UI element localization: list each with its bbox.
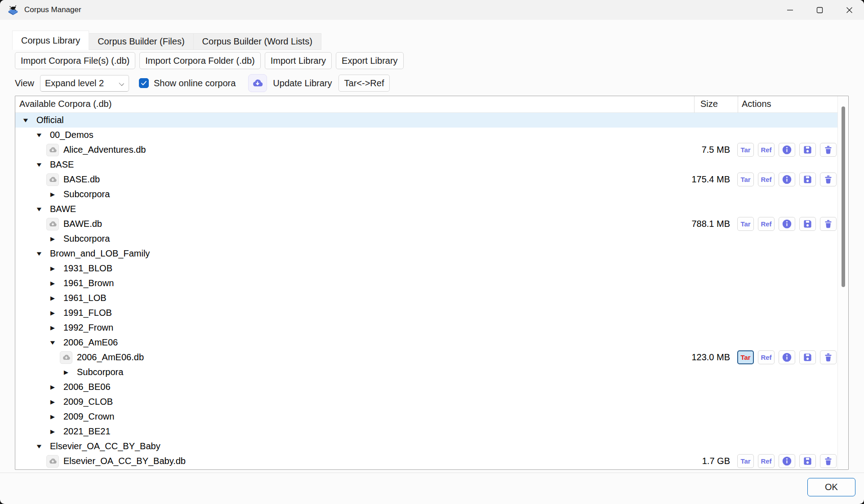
import-corpora-files-button[interactable]: Import Corpora File(s) (.db) bbox=[15, 52, 135, 69]
tree-row[interactable]: Alice_Adventures.db 7.5 MB Tar Ref bbox=[15, 142, 837, 157]
delete-button[interactable] bbox=[820, 217, 837, 231]
import-library-button[interactable]: Import Library bbox=[265, 52, 332, 69]
tree-row[interactable]: ▼ BASE bbox=[15, 157, 837, 172]
tree-row[interactable]: 2006_AmE06.db 123.0 MB Tar Ref bbox=[15, 350, 837, 365]
column-header-name: Available Corpora (.db) bbox=[19, 99, 111, 109]
expander-icon[interactable]: ▼ bbox=[17, 113, 34, 128]
delete-button[interactable] bbox=[820, 143, 837, 157]
expander-icon[interactable]: ▶ bbox=[46, 409, 59, 424]
delete-button[interactable] bbox=[820, 454, 837, 468]
expander-icon[interactable]: ▶ bbox=[46, 231, 59, 246]
tree-row[interactable]: ▼ 2006_AmE06 bbox=[15, 335, 837, 350]
save-button[interactable] bbox=[799, 454, 816, 468]
tree-row[interactable]: ▶ 1992_Frown bbox=[15, 320, 837, 335]
tree-row[interactable]: ▶ 1961_LOB bbox=[15, 291, 837, 305]
tab-corpus-library[interactable]: Corpus Library bbox=[12, 31, 89, 50]
tree-row[interactable]: ▶ 2006_BE06 bbox=[15, 380, 837, 394]
cloud-download-icon bbox=[46, 455, 59, 468]
save-button[interactable] bbox=[799, 172, 816, 186]
ref-button[interactable]: Ref bbox=[758, 172, 775, 186]
info-button[interactable] bbox=[779, 217, 795, 231]
tree-row[interactable]: Elsevier_OA_CC_BY_Baby.db 1.7 GB Tar Ref bbox=[15, 454, 837, 469]
view-label: View bbox=[15, 78, 34, 88]
tar-button[interactable]: Tar bbox=[737, 172, 754, 186]
tree-row[interactable]: ▶ 2021_BE21 bbox=[15, 424, 837, 439]
tree-row[interactable]: ▶ 1961_Brown bbox=[15, 276, 837, 291]
ref-button[interactable]: Ref bbox=[758, 454, 775, 468]
expander-icon[interactable]: ▼ bbox=[31, 246, 48, 261]
minimize-icon bbox=[787, 7, 793, 13]
tree-row[interactable]: ▶ Subcorpora bbox=[15, 187, 837, 202]
tree-row[interactable]: ▼ 00_Demos bbox=[15, 128, 837, 142]
expander-icon[interactable]: ▶ bbox=[46, 276, 59, 291]
expander-icon[interactable]: ▶ bbox=[46, 394, 59, 409]
ref-button[interactable]: Ref bbox=[758, 143, 775, 157]
tar-button[interactable]: Tar bbox=[737, 143, 754, 157]
expander-icon[interactable]: ▶ bbox=[46, 261, 59, 276]
ref-button[interactable]: Ref bbox=[758, 217, 775, 231]
trash-icon bbox=[823, 174, 833, 185]
close-icon bbox=[846, 7, 853, 13]
tab-corpus-builder-word-lists[interactable]: Corpus Builder (Word Lists) bbox=[194, 33, 321, 50]
tree-row[interactable]: ▶ Subcorpora bbox=[15, 231, 837, 246]
update-library-button[interactable] bbox=[248, 74, 267, 92]
tree-row[interactable]: ▶ 2009_CLOB bbox=[15, 394, 837, 409]
column-header-actions: Actions bbox=[742, 99, 771, 109]
expander-icon[interactable]: ▼ bbox=[31, 202, 48, 217]
tar-button[interactable]: Tar bbox=[737, 454, 754, 468]
tree-row[interactable]: ▶ Subcorpora bbox=[15, 365, 837, 380]
expander-icon[interactable]: ▼ bbox=[31, 439, 48, 454]
maximize-button[interactable] bbox=[805, 0, 834, 20]
expand-level-select[interactable]: Expand level 2 bbox=[40, 75, 129, 92]
vertical-scrollbar[interactable] bbox=[837, 96, 848, 469]
size-value: 123.0 MB bbox=[680, 352, 730, 363]
update-library-label: Update Library bbox=[273, 78, 332, 88]
tar-ref-swap-button[interactable]: Tar<->Ref bbox=[338, 75, 390, 92]
close-button[interactable] bbox=[834, 0, 864, 20]
save-button[interactable] bbox=[799, 143, 816, 157]
expander-icon[interactable]: ▶ bbox=[60, 365, 72, 380]
cloud-download-icon bbox=[46, 218, 59, 230]
expander-icon[interactable]: ▼ bbox=[44, 335, 61, 350]
save-button[interactable] bbox=[799, 350, 816, 364]
minimize-button[interactable] bbox=[775, 0, 805, 20]
tree-row[interactable]: ▶ 1991_FLOB bbox=[15, 305, 837, 320]
expander-icon[interactable]: ▶ bbox=[46, 291, 59, 305]
tree-row[interactable]: ▼ Elsevier_OA_CC_BY_Baby bbox=[15, 439, 837, 454]
info-button[interactable] bbox=[779, 350, 795, 364]
delete-button[interactable] bbox=[820, 172, 837, 186]
expander-icon[interactable]: ▶ bbox=[46, 380, 59, 394]
tree-row[interactable]: BAWE.db 788.1 MB Tar Ref bbox=[15, 217, 837, 231]
tree-row[interactable]: ▶ 1931_BLOB bbox=[15, 261, 837, 276]
tree-item-label: Subcorpora bbox=[77, 367, 123, 377]
tree-item-label: 2006_AmE06 bbox=[63, 337, 118, 348]
export-library-button[interactable]: Export Library bbox=[336, 52, 404, 69]
size-value: 7.5 MB bbox=[680, 145, 730, 155]
scrollbar-thumb[interactable] bbox=[842, 106, 845, 287]
info-button[interactable] bbox=[779, 454, 795, 468]
tree-row[interactable]: ▶ 2009_Crown bbox=[15, 409, 837, 424]
tree-row[interactable]: ▼ BAWE bbox=[15, 202, 837, 217]
delete-button[interactable] bbox=[820, 350, 837, 364]
tree-row[interactable]: ▼ Brown_and_LOB_Family bbox=[15, 246, 837, 261]
expander-icon[interactable]: ▶ bbox=[46, 424, 59, 439]
expander-icon[interactable]: ▼ bbox=[31, 157, 48, 172]
tree-item-label: Elsevier_OA_CC_BY_Baby.db bbox=[63, 456, 186, 466]
tar-button[interactable]: Tar bbox=[737, 350, 754, 364]
expander-icon[interactable]: ▶ bbox=[46, 305, 59, 320]
import-corpora-folder-button[interactable]: Import Corpora Folder (.db) bbox=[139, 52, 260, 69]
expander-icon[interactable]: ▶ bbox=[46, 187, 59, 202]
expander-icon[interactable]: ▼ bbox=[31, 128, 48, 142]
expander-icon[interactable]: ▶ bbox=[46, 320, 59, 335]
cloud-download-icon bbox=[46, 144, 59, 156]
ok-button[interactable]: OK bbox=[807, 478, 855, 496]
tab-corpus-builder-files[interactable]: Corpus Builder (Files) bbox=[89, 33, 193, 50]
ref-button[interactable]: Ref bbox=[758, 350, 775, 364]
tar-button[interactable]: Tar bbox=[737, 217, 754, 231]
show-online-corpora-checkbox[interactable] bbox=[139, 78, 149, 88]
info-button[interactable] bbox=[779, 143, 795, 157]
info-button[interactable] bbox=[779, 172, 795, 186]
tree-row[interactable]: BASE.db 175.4 MB Tar Ref bbox=[15, 172, 837, 187]
save-button[interactable] bbox=[799, 217, 816, 231]
tree-row[interactable]: ▼ Official bbox=[15, 113, 837, 128]
